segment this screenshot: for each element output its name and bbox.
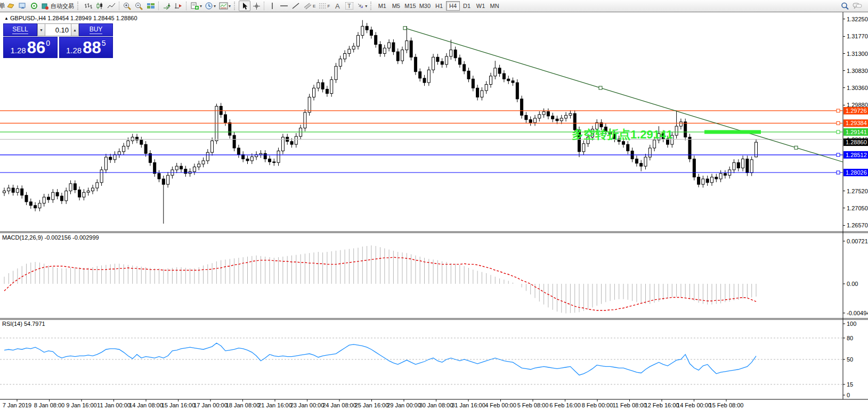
rsi-levels	[0, 338, 843, 384]
svg-text:1.29384: 1.29384	[846, 120, 867, 126]
rsi-axis[interactable]: 1008050150	[843, 321, 856, 398]
one-click-trade-widget: SELL ▼ 0.10 ▲ BUY 1.28860 1.28885	[3, 23, 113, 58]
svg-text:11 Jan 00:00: 11 Jan 00:00	[97, 402, 131, 408]
collapse-marker-icon: ▲	[4, 16, 9, 21]
svg-text:1.30360: 1.30360	[847, 85, 868, 91]
svg-text:1.27050: 1.27050	[847, 205, 868, 211]
svg-text:0: 0	[847, 392, 850, 398]
sell-price-pip: 0	[46, 37, 50, 47]
tf-h4[interactable]: H4	[446, 1, 460, 11]
sell-price-box[interactable]: 1.28860	[3, 37, 58, 58]
level-line-1.29726[interactable]	[0, 109, 843, 112]
tf-m30[interactable]: M30	[418, 1, 432, 11]
level-line-1.28026[interactable]	[0, 171, 843, 174]
template-icon	[219, 2, 228, 10]
highlight-zone-bar[interactable]	[704, 130, 761, 134]
zoom-out-icon[interactable]	[133, 1, 145, 11]
svg-text:多空转折点1.29141: 多空转折点1.29141	[572, 128, 673, 141]
tf-d1[interactable]: D1	[460, 1, 474, 11]
svg-text:12 Feb 16:00: 12 Feb 16:00	[645, 402, 679, 408]
price-badge-1.29141: 1.29141	[843, 128, 868, 136]
level-line-1.28512[interactable]	[0, 153, 843, 157]
zoom-in-icon[interactable]	[121, 1, 133, 11]
tf-w1[interactable]: W1	[474, 1, 488, 11]
sell-price-big: 86	[27, 40, 45, 56]
svg-text:6 Feb 16:00: 6 Feb 16:00	[549, 402, 581, 408]
label-icon[interactable]: T	[343, 1, 355, 11]
buy-price-big: 88	[83, 40, 101, 56]
channel-icon[interactable]: E	[302, 1, 317, 11]
fibonacci-icon[interactable]: F	[317, 1, 331, 11]
chart-shift-icon[interactable]	[173, 1, 184, 11]
buy-price-pip: 5	[102, 37, 106, 47]
svg-text:9 Jan 16:00: 9 Jan 16:00	[66, 402, 97, 408]
periods-button[interactable]: ▾	[204, 1, 217, 11]
auto-scroll-icon[interactable]	[161, 1, 173, 11]
autotrade-icon	[42, 3, 49, 10]
layout-icon[interactable]	[17, 1, 28, 11]
template-button[interactable]: ▾	[217, 1, 232, 11]
svg-text:8 Jan 08:00: 8 Jan 08:00	[34, 402, 65, 408]
chart-canvas[interactable]: 多空转折点1.291411.322501.317701.313001.30830…	[0, 0, 868, 410]
order-ticket-icon[interactable]	[5, 1, 17, 11]
cursor-icon[interactable]	[239, 1, 250, 11]
timeframe-bar: M1M5M15M30H1H4D1W1MN	[375, 1, 501, 11]
volume-down-button[interactable]: ▼	[37, 23, 45, 36]
periods-clock-icon	[205, 2, 213, 10]
svg-text:15 Feb 08:00: 15 Feb 08:00	[709, 402, 744, 408]
svg-text:0.007216: 0.007216	[847, 238, 868, 244]
macd-label: MACD(12,26,9) -0.002156 -0.002999	[2, 234, 99, 241]
svg-text:1.30830: 1.30830	[847, 68, 868, 74]
buy-price-prefix: 1.28	[66, 45, 82, 56]
price-badge-1.28026: 1.28026	[843, 169, 868, 176]
tile-windows-icon[interactable]	[145, 1, 157, 11]
text-icon[interactable]: A	[331, 1, 343, 11]
vertical-line-icon[interactable]	[266, 1, 278, 11]
svg-text:8 Feb 00:00: 8 Feb 00:00	[582, 402, 613, 408]
chat-icon[interactable]	[851, 1, 864, 11]
crosshair-icon[interactable]	[250, 1, 262, 11]
new-order-button[interactable]: ▾	[189, 1, 204, 11]
svg-text:17 Jan 00:00: 17 Jan 00:00	[193, 402, 228, 408]
time-axis[interactable]: 7 Jan 20198 Jan 08:009 Jan 16:0011 Jan 0…	[3, 399, 744, 408]
svg-text:31 Jan 16:00: 31 Jan 16:00	[451, 402, 485, 408]
bar-chart-icon[interactable]	[82, 1, 94, 11]
buy-button[interactable]: BUY	[79, 23, 113, 36]
chevron-down-icon: ▾	[214, 4, 216, 9]
line-chart-icon[interactable]	[106, 1, 117, 11]
symbol-ohlc-line: ▲ GBPUSD-,H4 1.28454 1.28949 1.28445 1.2…	[4, 15, 137, 21]
buy-price-box[interactable]: 1.28885	[59, 37, 113, 58]
signal-icon[interactable]	[28, 1, 40, 11]
volume-up-button[interactable]: ▲	[71, 23, 79, 36]
tf-m1[interactable]: M1	[375, 1, 389, 11]
chevron-down-icon: ▾	[229, 4, 231, 9]
tf-h1[interactable]: H1	[432, 1, 446, 11]
tf-mn[interactable]: MN	[488, 1, 501, 11]
chevron-down-icon: ▾	[365, 4, 367, 9]
arrows-icon[interactable]: ▾	[355, 1, 369, 11]
sell-button[interactable]: SELL	[3, 23, 37, 36]
macd-axis[interactable]: 0.0072160.00-0.004943	[843, 238, 868, 316]
trendline-icon[interactable]	[290, 1, 302, 11]
price-badge-1.29384: 1.29384	[843, 119, 868, 127]
horizontal-line-icon[interactable]	[278, 1, 290, 11]
svg-text:-0.004943: -0.004943	[847, 310, 868, 316]
svg-text:5 Feb 08:00: 5 Feb 08:00	[517, 402, 549, 408]
autotrade-button[interactable]: 自动交易	[40, 1, 76, 11]
candle-chart-icon[interactable]	[94, 1, 106, 11]
candles-layer	[3, 20, 758, 224]
svg-text:23 Jan 00:00: 23 Jan 00:00	[290, 402, 325, 408]
svg-text:1.32250: 1.32250	[847, 16, 868, 22]
search-icon[interactable]	[839, 1, 851, 11]
annotation-text[interactable]: 多空转折点1.29141	[572, 128, 673, 141]
price-badge-1.29726: 1.29726	[843, 107, 868, 114]
svg-text:80: 80	[847, 335, 853, 341]
volume-input[interactable]: 0.10	[45, 23, 71, 36]
chevron-down-icon: ▾	[200, 4, 202, 9]
tf-m15[interactable]: M15	[403, 1, 417, 11]
new-order-icon	[190, 2, 199, 10]
tf-m5[interactable]: M5	[389, 1, 403, 11]
price-badge-1.28512: 1.28512	[843, 151, 868, 159]
svg-text:1.31770: 1.31770	[847, 33, 868, 39]
sell-price-prefix: 1.28	[11, 45, 26, 56]
